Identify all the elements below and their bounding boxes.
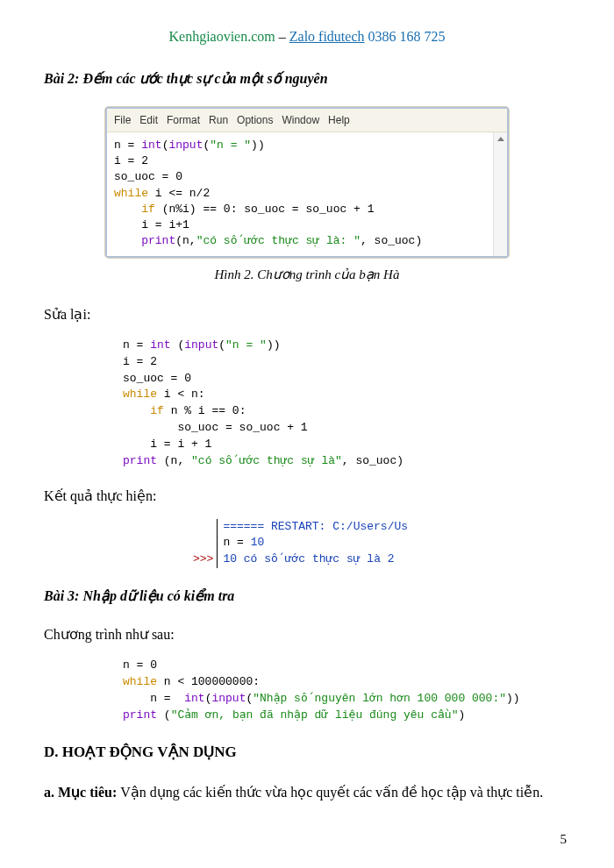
bai3-title: Bài 3: Nhập dữ liệu có kiểm tra: [44, 586, 570, 607]
site-name: Kenhgiaovien.com: [168, 29, 275, 44]
code-window-figure2: File Edit Format Run Options Window Help…: [105, 107, 509, 258]
page-number: 5: [560, 829, 568, 850]
figure2-caption: Hình 2. Chương trình của bạn Hà: [44, 265, 570, 285]
output-block: >>> ====== RESTART: C:/Users/Us n = 10 1…: [193, 519, 570, 569]
dash: –: [275, 29, 289, 44]
ket-qua-label: Kết quả thực hiện:: [44, 486, 570, 507]
output-text: ====== RESTART: C:/Users/Us n = 10 10 có…: [217, 519, 408, 569]
menu-help[interactable]: Help: [328, 112, 350, 128]
sua-lai-label: Sửa lại:: [44, 304, 570, 325]
scroll-up-icon: [497, 137, 504, 141]
menu-options[interactable]: Options: [237, 112, 273, 128]
code-block-1: n = int(input("n = ")) i = 2 so_uoc = 0 …: [107, 132, 493, 256]
muc-tieu-paragraph: a. Mục tiêu: Vận dụng các kiến thức vừa …: [44, 779, 570, 806]
code-block-3: n = 0 while n < 100000000: n = int(input…: [123, 658, 570, 723]
bai2-title: Bài 2: Đếm các ước thực sự của một số ng…: [44, 68, 570, 89]
code-body: n = int(input("n = ")) i = 2 so_uoc = 0 …: [107, 132, 507, 256]
menu-window[interactable]: Window: [282, 112, 319, 128]
code-block-2: n = int (input("n = ")) i = 2 so_uoc = 0…: [123, 338, 570, 470]
page-header: Kenhgiaovien.com – Zalo fidutech 0386 16…: [44, 26, 570, 47]
muc-tieu-text: Vận dụng các kiến thức vừa học quyết các…: [120, 785, 543, 800]
menubar: File Edit Format Run Options Window Help: [107, 109, 507, 132]
chuong-trinh-label: Chương trình như sau:: [44, 624, 570, 645]
menu-file[interactable]: File: [114, 112, 131, 128]
menu-format[interactable]: Format: [167, 112, 200, 128]
shell-prompt: >>>: [193, 551, 213, 568]
phone-number: 0386 168 725: [365, 29, 446, 44]
menu-edit[interactable]: Edit: [139, 112, 158, 128]
muc-tieu-label: a. Mục tiêu:: [44, 785, 120, 800]
heading-d: D. HOẠT ĐỘNG VẬN DỤNG: [44, 741, 570, 764]
scrollbar[interactable]: [493, 132, 507, 256]
zalo-link[interactable]: Zalo fidutech: [289, 29, 365, 44]
menu-run[interactable]: Run: [209, 112, 228, 128]
